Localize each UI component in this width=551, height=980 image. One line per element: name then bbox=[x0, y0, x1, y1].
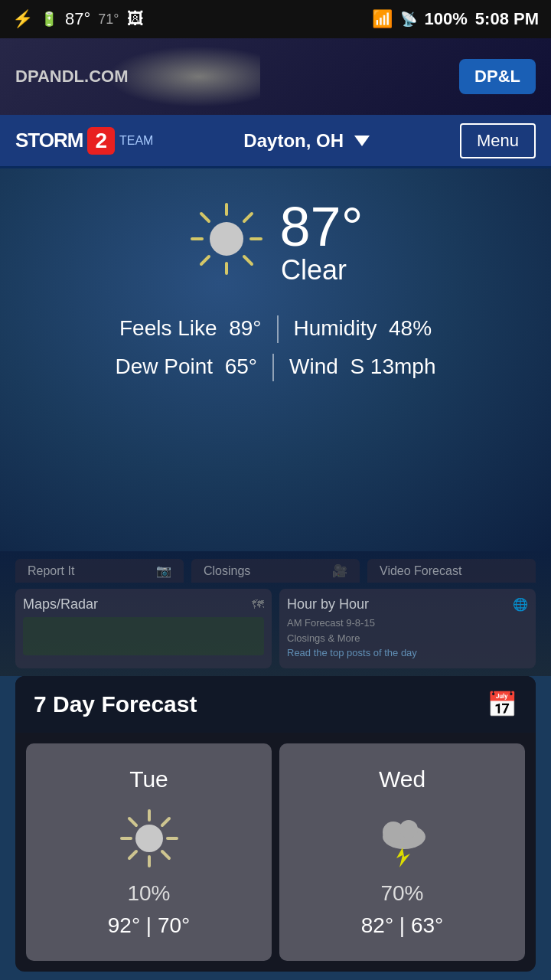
storm-logo: STORM 2 TEAM bbox=[15, 127, 153, 155]
globe-icon: 🌐 bbox=[513, 597, 528, 612]
forecast-percent-wed: 70% bbox=[295, 881, 510, 906]
feels-like: Feels Like 89° bbox=[104, 309, 277, 348]
svg-point-8 bbox=[210, 222, 243, 256]
menu-button[interactable]: Menu bbox=[460, 123, 536, 158]
mini-tabs-row: Report It 📷 Closings 🎥 Video Forecast bbox=[15, 559, 536, 583]
svg-line-5 bbox=[244, 256, 252, 264]
am-forecast-item: AM Forecast 9-8-15 bbox=[287, 616, 528, 631]
weather-details: Feels Like 89° Humidity 48% Dew Point 65… bbox=[15, 309, 536, 387]
svg-marker-21 bbox=[396, 848, 410, 867]
status-right: 📶 📡 100% 5:08 PM bbox=[372, 9, 539, 29]
forecast-temps-wed: 82° | 63° bbox=[295, 913, 510, 938]
location-selector[interactable]: Dayton, OH bbox=[243, 130, 370, 152]
report-it-label: Report It bbox=[28, 564, 74, 578]
humidity: Humidity 48% bbox=[279, 309, 448, 348]
temp-low-reading: 71° bbox=[98, 11, 119, 28]
storm-text: STORM bbox=[15, 129, 83, 152]
mini-cards-row: Maps/Radar 🗺 Hour by Hour 🌐 AM Forecast … bbox=[15, 589, 536, 668]
forecast-cards: Tue 10% 92° | 70° bbox=[15, 733, 536, 972]
forecast-card-wed[interactable]: Wed 70% 82° | 63° bbox=[279, 743, 525, 961]
hour-by-hour-card[interactable]: Hour by Hour 🌐 AM Forecast 9-8-15 Closin… bbox=[279, 589, 536, 668]
video-forecast-label: Video Forecast bbox=[380, 564, 461, 578]
svg-line-16 bbox=[129, 851, 136, 858]
clock: 5:08 PM bbox=[475, 9, 539, 29]
posts-item: Read the top posts of the day bbox=[287, 645, 528, 661]
closings-more-item: Closings & More bbox=[287, 631, 528, 646]
report-it-mini[interactable]: Report It 📷 bbox=[15, 559, 184, 583]
maps-radar-label: Maps/Radar bbox=[23, 596, 98, 612]
battery-percent-icon: 🔋 bbox=[41, 11, 57, 28]
details-row-1: Feels Like 89° Humidity 48% bbox=[15, 309, 536, 348]
usb-icon: ⚡ bbox=[12, 9, 33, 29]
svg-line-4 bbox=[201, 214, 209, 221]
wifi-icon: 📶 bbox=[372, 9, 393, 29]
svg-line-13 bbox=[129, 818, 136, 825]
location-text: Dayton, OH bbox=[243, 130, 344, 152]
dew-point: Dew Point 65° bbox=[100, 348, 273, 386]
details-row-2: Dew Point 65° Wind S 13mph bbox=[15, 348, 536, 386]
forecast-title: 7 Day Forecast bbox=[34, 691, 197, 717]
forecast-percent-tue: 10% bbox=[41, 881, 256, 906]
forecast-card-tue[interactable]: Tue 10% 92° | 70° bbox=[26, 743, 272, 961]
ad-text: DPANDL.COM bbox=[15, 67, 128, 87]
video-icon: 🎥 bbox=[332, 564, 347, 578]
video-forecast-mini[interactable]: Video Forecast bbox=[367, 559, 536, 583]
temp-reading: 87° bbox=[65, 9, 90, 29]
weather-main: 87° Clear Feels Like 89° Humidity 48% De… bbox=[0, 168, 551, 551]
map-pin-icon: 🗺 bbox=[252, 598, 264, 612]
hour-by-hour-label: Hour by Hour bbox=[287, 596, 369, 612]
sun-weather-icon bbox=[188, 201, 265, 277]
multitask-overlay: Report It 📷 Closings 🎥 Video Forecast Ma… bbox=[0, 551, 551, 676]
status-bar: ⚡ 🔋 87° 71° 🖼 📶 📡 100% 5:08 PM bbox=[0, 0, 551, 38]
forecast-day-tue: Tue bbox=[41, 766, 256, 792]
status-left: ⚡ 🔋 87° 71° 🖼 bbox=[12, 9, 144, 29]
dropdown-arrow-icon bbox=[354, 136, 370, 146]
calendar-icon: 📅 bbox=[487, 690, 517, 719]
svg-line-15 bbox=[162, 818, 169, 825]
photo-icon: 🖼 bbox=[127, 9, 144, 29]
forecast-temps-tue: 92° | 70° bbox=[41, 913, 256, 938]
mini-map-preview bbox=[23, 617, 264, 655]
maps-card-header: Maps/Radar 🗺 bbox=[23, 596, 264, 612]
svg-line-14 bbox=[162, 851, 169, 858]
svg-line-6 bbox=[244, 214, 252, 221]
ad-logo[interactable]: DP&L bbox=[459, 59, 536, 94]
maps-radar-card[interactable]: Maps/Radar 🗺 bbox=[15, 589, 272, 668]
storm-badge-number: 2 bbox=[87, 127, 115, 155]
forecast-section: 7 Day Forecast 📅 Tue 10% bbox=[15, 676, 536, 972]
closings-label: Closings bbox=[204, 564, 250, 578]
battery-level: 100% bbox=[425, 9, 468, 29]
app-header: STORM 2 TEAM Dayton, OH Menu bbox=[0, 115, 551, 168]
hour-card-header: Hour by Hour 🌐 bbox=[287, 596, 528, 612]
forecast-day-wed: Wed bbox=[295, 766, 510, 792]
signal-icon: 📡 bbox=[400, 11, 417, 28]
camera-icon: 📷 bbox=[156, 564, 171, 578]
svg-line-7 bbox=[201, 256, 209, 264]
hour-sub-items: AM Forecast 9-8-15 Closings & More Read … bbox=[287, 616, 528, 661]
wind: Wind S 13mph bbox=[274, 348, 451, 386]
thunderstorm-icon bbox=[372, 808, 433, 869]
svg-point-20 bbox=[399, 820, 418, 838]
current-weather-row: 87° Clear bbox=[15, 199, 536, 286]
ad-banner[interactable]: DPANDL.COM DP&L bbox=[0, 38, 551, 115]
temperature-display: 87° Clear bbox=[265, 199, 364, 286]
closings-mini[interactable]: Closings 🎥 bbox=[191, 559, 360, 583]
storm-team-label: TEAM bbox=[119, 134, 153, 148]
sunny-icon bbox=[119, 808, 180, 869]
forecast-header: 7 Day Forecast 📅 bbox=[15, 676, 536, 733]
svg-point-17 bbox=[135, 825, 163, 852]
